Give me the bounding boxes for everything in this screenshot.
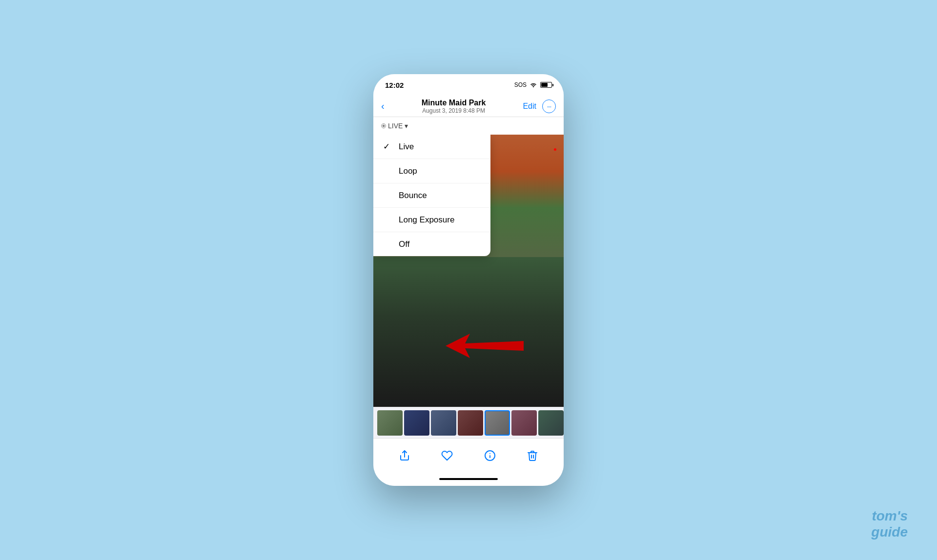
loop-option-label: Loop	[399, 166, 417, 176]
arrow-svg	[446, 334, 524, 358]
nav-title-container: Minute Maid Park August 3, 2019 8:48 PM	[422, 99, 486, 114]
status-bar: 12:02 SOS	[373, 74, 564, 96]
carrier-label: SOS	[514, 81, 527, 88]
watermark-line2: guide	[871, 524, 908, 540]
home-indicator	[373, 472, 564, 486]
dropdown-item-loop[interactable]: ✓ Loop	[373, 159, 490, 183]
live-button[interactable]: LIVE ▾	[381, 122, 408, 130]
live-bar: LIVE ▾	[373, 117, 564, 135]
nav-bar: ‹ Minute Maid Park August 3, 2019 8:48 P…	[373, 96, 564, 117]
delete-button[interactable]	[522, 445, 543, 466]
home-bar	[439, 478, 498, 480]
bounce-option-label: Bounce	[399, 191, 427, 200]
back-button[interactable]: ‹	[381, 100, 385, 112]
nav-actions: Edit ···	[523, 100, 556, 113]
more-button[interactable]: ···	[542, 100, 556, 113]
like-button[interactable]	[436, 445, 458, 466]
chevron-down-icon: ▾	[405, 122, 408, 130]
red-arrow	[446, 334, 524, 360]
thumbnail-strip	[373, 407, 564, 438]
dropdown-item-off[interactable]: ✓ Off	[373, 232, 490, 256]
thumbnail-1[interactable]	[404, 410, 429, 436]
status-icons: SOS	[514, 81, 552, 88]
toms-guide-watermark: tom's guide	[871, 508, 908, 540]
red-dot-decoration	[554, 148, 556, 151]
nav-title: Minute Maid Park	[422, 99, 486, 107]
thumbnail-3[interactable]	[458, 410, 483, 436]
wifi-icon	[530, 82, 537, 88]
watermark-line1: tom's	[871, 508, 908, 524]
main-content: ✓ Live ✓ Loop ✓ Bounce ✓ Long Exposure ✓…	[373, 135, 564, 407]
svg-marker-0	[446, 334, 524, 358]
thumbnail-6[interactable]	[538, 410, 564, 436]
nav-subtitle: August 3, 2019 8:48 PM	[422, 107, 486, 114]
info-button[interactable]	[479, 445, 501, 466]
thumbnail-0[interactable]	[377, 410, 403, 436]
long-exposure-option-label: Long Exposure	[399, 215, 454, 225]
thumbnail-4[interactable]	[485, 410, 510, 436]
battery-icon	[540, 82, 552, 88]
dropdown-item-long-exposure[interactable]: ✓ Long Exposure	[373, 208, 490, 232]
dropdown-menu: ✓ Live ✓ Loop ✓ Bounce ✓ Long Exposure ✓…	[373, 135, 490, 256]
status-time: 12:02	[385, 81, 404, 89]
dropdown-item-live[interactable]: ✓ Live	[373, 135, 490, 159]
heart-icon	[441, 450, 453, 461]
trash-icon	[527, 450, 538, 461]
live-option-label: Live	[399, 142, 414, 152]
share-button[interactable]	[394, 445, 415, 466]
more-dots-icon: ···	[547, 103, 551, 110]
checkmark-icon: ✓	[383, 141, 393, 152]
share-icon	[399, 450, 410, 461]
edit-button[interactable]: Edit	[523, 102, 536, 111]
phone-frame: 12:02 SOS ‹ Minute Maid Park August 3, 2…	[373, 74, 564, 486]
off-option-label: Off	[399, 240, 409, 249]
bottom-toolbar	[373, 438, 564, 472]
dropdown-item-bounce[interactable]: ✓ Bounce	[373, 183, 490, 208]
live-dot-icon	[381, 123, 386, 128]
thumbnail-5[interactable]	[511, 410, 537, 436]
info-icon	[484, 450, 496, 461]
thumbnail-2[interactable]	[431, 410, 456, 436]
live-label: LIVE	[388, 122, 403, 130]
